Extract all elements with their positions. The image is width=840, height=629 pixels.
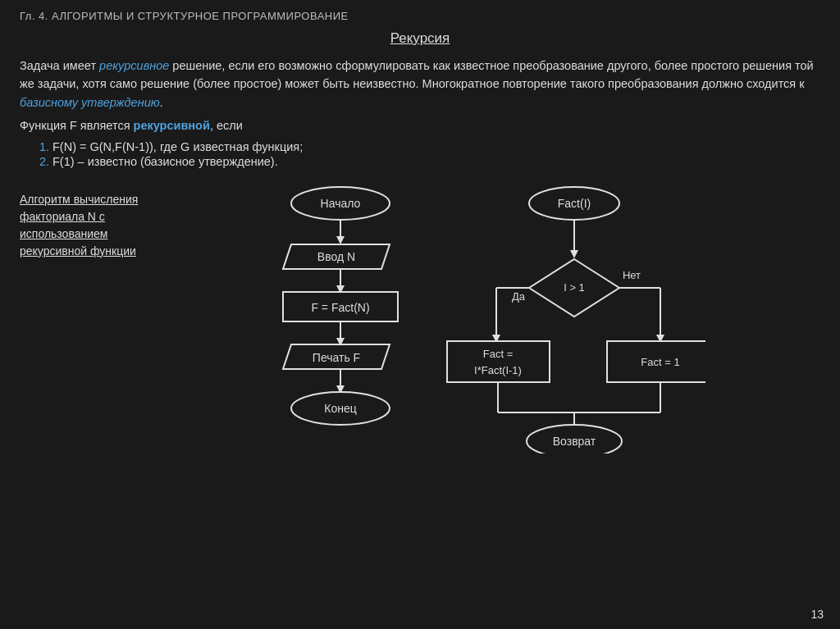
svg-marker-3 — [336, 236, 345, 244]
svg-text:F = Fact(N): F = Fact(N) — [311, 301, 369, 314]
numbered-list: F(N) = G(N,F(N-1)), где G известная функ… — [52, 140, 820, 168]
list-item-2: F(1) – известно (базисное утверждение). — [52, 155, 820, 168]
svg-text:Fact =: Fact = — [482, 348, 513, 360]
svg-text:Начало: Начало — [320, 197, 360, 210]
bottom-section: Алгоритм вычисления факториала N с испол… — [20, 183, 820, 454]
svg-text:Fact = 1: Fact = 1 — [641, 356, 679, 368]
svg-text:Печать F: Печать F — [312, 351, 359, 364]
svg-text:Ввод N: Ввод N — [317, 250, 354, 263]
period: . — [160, 96, 163, 109]
list-item-1: F(N) = G(N,F(N-1)), где G известная функ… — [52, 140, 820, 153]
chapter-title: Гл. 4. АЛГОРИТМЫ И СТРУКТУРНОЕ ПРОГРАММИ… — [20, 10, 820, 22]
algorithm-label: Алгоритм вычисления факториала N с испол… — [20, 183, 147, 454]
paragraph2-end: , если — [210, 119, 243, 132]
flowchart1: Начало Ввод N F = Fact(N) Печать F — [262, 183, 418, 454]
svg-text:Fact(I): Fact(I) — [557, 197, 590, 210]
svg-text:Конец: Конец — [324, 402, 356, 415]
page-number: 13 — [810, 608, 824, 621]
italic-word: рекурсивное — [99, 59, 169, 72]
svg-text:Возврат: Возврат — [552, 435, 596, 448]
flowchart-area: Начало Ввод N F = Fact(N) Печать F — [147, 183, 820, 454]
bold-word: рекурсивной — [134, 119, 210, 132]
svg-text:Да: Да — [511, 290, 525, 303]
italic-blue-end: базисному утверждению — [20, 96, 160, 109]
section-title: Рекурсия — [20, 30, 820, 47]
svg-text:Нет: Нет — [622, 269, 640, 281]
paragraph1: Задача имеет рекурсивное решение, если е… — [20, 57, 820, 112]
paragraph2: Функция F является рекурсивной, если — [20, 116, 820, 134]
paragraph2-text: Функция F является — [20, 119, 134, 132]
text-before-italic: Задача имеет — [20, 59, 99, 72]
page: Гл. 4. АЛГОРИТМЫ И СТРУКТУРНОЕ ПРОГРАММИ… — [0, 0, 840, 629]
svg-marker-21 — [570, 250, 578, 258]
flowchart2: Fact(I) I > 1 Да Нет Fa — [443, 183, 705, 454]
svg-text:I*Fact(I-1): I*Fact(I-1) — [474, 364, 522, 376]
svg-text:I > 1: I > 1 — [564, 281, 585, 294]
